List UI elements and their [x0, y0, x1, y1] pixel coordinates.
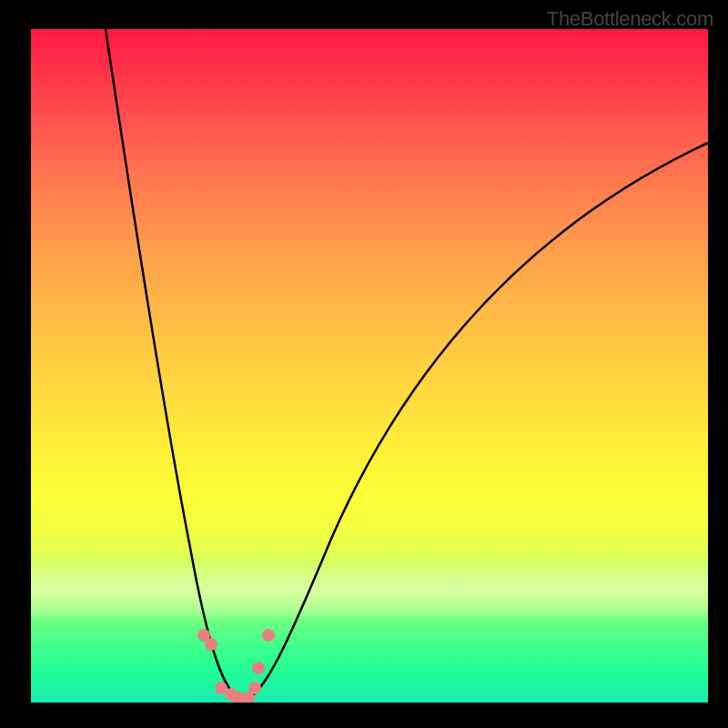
chart-area	[31, 29, 708, 703]
right-curve-path	[242, 143, 708, 701]
chart-container: TheBottleneck.com	[0, 0, 728, 728]
scatter-point	[252, 662, 265, 674]
scatter-point	[262, 629, 275, 642]
scatter-point	[248, 682, 261, 694]
watermark-text: TheBottleneck.com	[547, 7, 713, 31]
left-curve-path	[106, 29, 242, 701]
chart-curves	[31, 29, 708, 703]
scatter-point	[205, 638, 217, 651]
